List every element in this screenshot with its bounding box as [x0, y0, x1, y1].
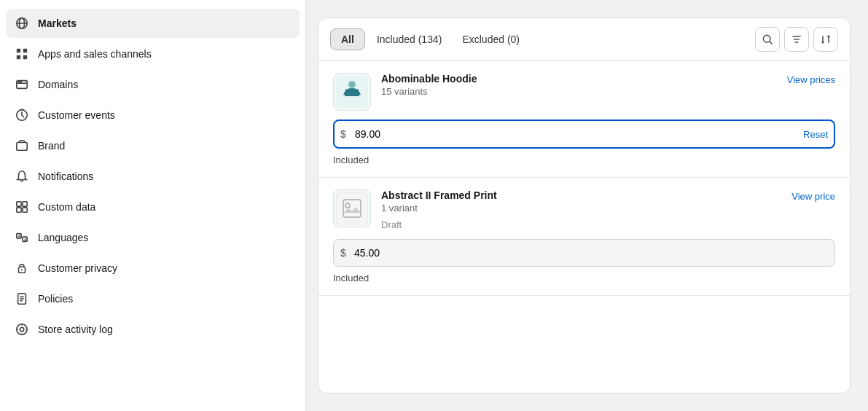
sidebar-item-custom-data-label: Custom data [38, 201, 95, 213]
product-thumbnail-2 [333, 189, 371, 227]
product-info-2: Abstract II Framed Print 1 variant Draft [381, 189, 781, 230]
product-draft-badge: Draft [381, 219, 781, 230]
sidebar: Markets Apps and sales channels Domains [0, 0, 306, 411]
sidebar-item-domains[interactable]: Domains [6, 70, 300, 99]
status-badge-1: Included [333, 154, 835, 165]
svg-rect-5 [17, 55, 20, 59]
sidebar-item-brand-label: Brand [38, 140, 65, 152]
price-reset-1[interactable]: Reset [803, 129, 828, 140]
price-prefix-2: $ [340, 247, 346, 259]
table-row: Abstract II Framed Print 1 variant Draft… [318, 178, 850, 296]
search-icon [762, 34, 773, 45]
events-icon [15, 108, 29, 122]
sidebar-item-notifications-label: Notifications [38, 171, 93, 182]
sidebar-item-markets[interactable]: Markets [6, 9, 300, 38]
main-panel: All Included (134) Excluded (0) [318, 17, 851, 394]
globe-icon [15, 16, 29, 31]
tab-included[interactable]: Included (134) [368, 29, 451, 50]
svg-text:A: A [18, 234, 21, 238]
svg-point-10 [20, 82, 21, 82]
tab-excluded[interactable]: Excluded (0) [453, 29, 528, 50]
svg-rect-14 [23, 202, 27, 206]
tab-actions [755, 27, 838, 52]
svg-point-33 [763, 35, 770, 42]
product-variants-1: 15 variants [381, 86, 777, 97]
svg-rect-15 [17, 208, 21, 212]
domains-icon [15, 77, 29, 92]
search-button[interactable] [755, 27, 780, 52]
svg-rect-12 [17, 143, 27, 151]
sidebar-item-policies[interactable]: Policies [6, 284, 300, 313]
tab-all[interactable]: All [330, 28, 365, 50]
status-badge-2: Included [333, 273, 835, 283]
sidebar-item-customer-privacy[interactable]: Customer privacy [6, 254, 300, 283]
sidebar-item-store-activity-log[interactable]: Store activity log [6, 315, 300, 344]
price-input-2[interactable] [333, 239, 835, 267]
sidebar-item-markets-label: Markets [38, 17, 77, 29]
filter-icon [791, 34, 802, 45]
sidebar-item-languages-label: Languages [38, 232, 88, 243]
svg-point-39 [348, 81, 356, 88]
price-prefix-1: $ [340, 128, 346, 140]
svg-text:A: A [24, 238, 27, 242]
apps-icon [15, 47, 29, 61]
sidebar-item-custom-data[interactable]: Custom data [6, 192, 300, 222]
table-row: Abominable Hoodie 15 variants View price… [318, 61, 850, 178]
sidebar-item-customer-events[interactable]: Customer events [6, 101, 300, 130]
price-input-wrap-2: $ [333, 239, 835, 267]
bell-icon [15, 169, 29, 184]
view-prices-link-1[interactable]: View prices [787, 73, 835, 85]
svg-line-34 [770, 42, 773, 44]
sidebar-item-languages[interactable]: A A Languages [6, 223, 300, 252]
policies-icon [15, 291, 29, 306]
product-name-1: Abominable Hoodie [381, 73, 777, 85]
svg-point-9 [18, 82, 19, 82]
sort-button[interactable] [813, 27, 838, 52]
svg-rect-6 [23, 55, 27, 59]
log-icon [15, 322, 29, 337]
data-icon [15, 200, 29, 214]
sidebar-item-store-activity-log-label: Store activity log [38, 324, 113, 335]
sidebar-item-customer-privacy-label: Customer privacy [38, 262, 117, 274]
price-input-1[interactable] [333, 120, 835, 149]
product-info-1: Abominable Hoodie 15 variants [381, 73, 777, 97]
sidebar-item-customer-events-label: Customer events [38, 109, 115, 121]
languages-icon: A A [15, 230, 29, 245]
sidebar-item-apps-sales-label: Apps and sales channels [38, 48, 152, 60]
product-name-2: Abstract II Framed Print [381, 189, 781, 201]
tab-bar: All Included (134) Excluded (0) [318, 18, 850, 61]
svg-rect-3 [17, 49, 20, 52]
view-prices-link-2[interactable]: View price [791, 189, 835, 202]
sidebar-item-brand[interactable]: Brand [6, 131, 300, 160]
sidebar-item-notifications[interactable]: Notifications [6, 162, 300, 191]
sidebar-item-domains-label: Domains [38, 79, 78, 90]
svg-rect-13 [17, 202, 21, 206]
sidebar-item-policies-label: Policies [38, 293, 73, 305]
svg-rect-40 [336, 192, 368, 224]
brand-icon [15, 138, 29, 153]
sidebar-item-apps-sales[interactable]: Apps and sales channels [6, 39, 300, 68]
svg-rect-4 [23, 49, 27, 52]
product-list: Abominable Hoodie 15 variants View price… [318, 61, 850, 393]
filter-button[interactable] [784, 27, 809, 52]
svg-rect-16 [23, 208, 27, 212]
svg-point-27 [17, 324, 27, 334]
sort-icon [820, 34, 832, 45]
product-thumbnail-1 [333, 73, 371, 111]
product-variants-2: 1 variant [381, 203, 781, 214]
privacy-icon [15, 261, 29, 275]
svg-point-28 [20, 327, 23, 331]
svg-point-22 [21, 269, 23, 270]
price-input-wrap-1: $ Reset [333, 120, 835, 149]
